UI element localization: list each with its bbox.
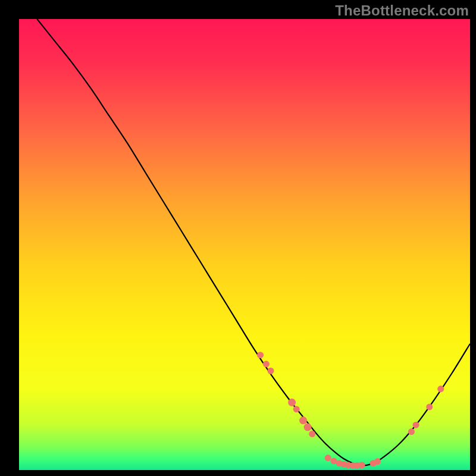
curve-marker	[426, 403, 433, 410]
watermark-text: TheBottleneck.com	[335, 2, 469, 19]
curve-marker	[413, 422, 419, 428]
curve-marker	[257, 352, 264, 358]
curve-marker	[263, 361, 270, 367]
curve-marker	[299, 416, 307, 424]
curve-marker	[374, 458, 381, 465]
curve-marker	[408, 428, 415, 435]
curve-marker	[309, 431, 315, 437]
chart-svg	[0, 0, 476, 476]
plot-background	[19, 19, 470, 470]
chart-frame: TheBottleneck.com	[0, 0, 476, 476]
curve-marker	[325, 455, 331, 461]
curve-marker	[267, 368, 274, 374]
curve-marker	[359, 462, 365, 468]
curve-marker	[288, 399, 296, 406]
curve-marker	[304, 423, 312, 431]
curve-marker	[437, 386, 444, 392]
curve-marker	[293, 406, 300, 412]
